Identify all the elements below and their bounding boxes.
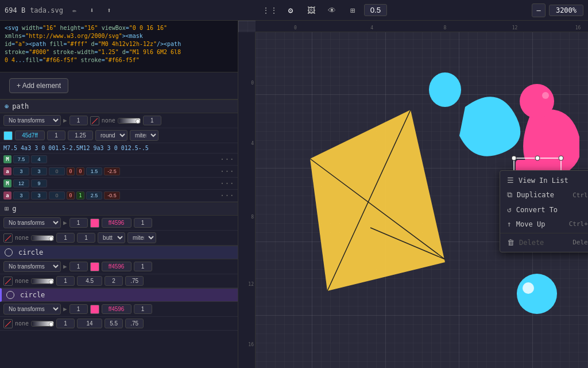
edit-icon[interactable]: ✏️ bbox=[68, 3, 82, 17]
path-linecap-select[interactable]: round butt square bbox=[95, 130, 127, 141]
path-linejoin-select[interactable]: miter round bevel bbox=[130, 130, 158, 141]
canvas-area[interactable]: 0 4 8 12 16 0 4 8 12 16 bbox=[238, 21, 588, 368]
ctx-view-in-list[interactable]: ☰View In List bbox=[500, 173, 588, 187]
opacity-slider[interactable] bbox=[118, 118, 141, 124]
cmd-M2-val-0[interactable] bbox=[13, 179, 29, 187]
cmd-a2-val-0[interactable] bbox=[13, 191, 29, 200]
ctx-move-up[interactable]: ↑Move Up Ctrl+Up bbox=[500, 217, 588, 231]
path-stroke-color[interactable] bbox=[3, 131, 13, 140]
cmd-a-val-0[interactable] bbox=[13, 167, 29, 175]
grid-icon[interactable]: ⊞ bbox=[343, 1, 362, 20]
cmd-M2-val-1[interactable] bbox=[31, 179, 47, 187]
zoom-level[interactable]: 3200% bbox=[549, 5, 583, 16]
circle2-cx[interactable] bbox=[77, 319, 102, 328]
circle2-color-swatch[interactable] bbox=[90, 305, 99, 314]
cmd-flag-1[interactable]: 0 bbox=[76, 167, 84, 175]
eye-icon[interactable]: 👁 bbox=[323, 1, 341, 20]
path-stroke-opacity[interactable] bbox=[47, 131, 65, 140]
circle1-color-swatch[interactable] bbox=[90, 262, 99, 271]
cmd-dots-3[interactable]: ··· bbox=[220, 191, 234, 200]
ctx-duplicate[interactable]: ⧉Duplicate Ctrl+D bbox=[500, 187, 588, 202]
pink-circle-top[interactable] bbox=[520, 84, 554, 118]
top-bar: 694 B tada.svg ✏️ ⬇ ⬆ ⋮⋮ ⚙ 🖼 👁 ⊞ 0.5 − 3… bbox=[0, 0, 588, 21]
path-transforms-select[interactable]: No transforms bbox=[3, 115, 61, 126]
circle1-color-opacity[interactable] bbox=[134, 262, 152, 271]
circle2-color-hex[interactable] bbox=[102, 304, 131, 314]
circle2-opacity[interactable] bbox=[69, 304, 88, 314]
g-opacity-slider[interactable] bbox=[31, 235, 54, 241]
circle2-fill-none[interactable] bbox=[3, 319, 13, 328]
path-cmd-row-2: M ··· bbox=[0, 178, 238, 190]
cmd-a-val-3[interactable] bbox=[86, 167, 102, 175]
circle1-color-hex[interactable] bbox=[102, 262, 131, 271]
circle1-opacity2[interactable] bbox=[56, 276, 75, 286]
circle2-transforms-select[interactable]: No transforms bbox=[3, 304, 61, 315]
circle2-transforms-row: No transforms ▶ bbox=[0, 302, 238, 317]
g-transforms-select[interactable]: No transforms bbox=[3, 217, 61, 228]
handle-tm[interactable] bbox=[535, 156, 540, 160]
circle2-opacity2[interactable] bbox=[56, 319, 75, 328]
g-sw[interactable] bbox=[77, 233, 95, 243]
cmd-flag-3[interactable]: 1 bbox=[76, 191, 84, 200]
handle-tl[interactable] bbox=[512, 156, 516, 160]
cyan-circle-top[interactable] bbox=[429, 72, 461, 107]
cmd-a-val-4[interactable] bbox=[104, 167, 120, 175]
circle2-color-opacity[interactable] bbox=[134, 304, 152, 314]
share-icon[interactable]: ⬆ bbox=[102, 3, 116, 17]
cmd-flag-0[interactable]: 0 bbox=[67, 167, 75, 175]
grid-input[interactable]: 0.5 bbox=[364, 4, 387, 16]
ctx-convert-to[interactable]: ↺Convert To bbox=[500, 202, 588, 217]
circle1-cx[interactable] bbox=[77, 276, 102, 286]
circle2-opacity-slider[interactable] bbox=[31, 321, 54, 327]
convert-icon: ↺ bbox=[507, 205, 512, 214]
circle1-transforms-select[interactable]: No transforms bbox=[3, 261, 61, 272]
cmd-val-0[interactable] bbox=[13, 155, 29, 163]
circle1-fill-none[interactable] bbox=[3, 277, 13, 286]
cmd-dots-0[interactable]: ··· bbox=[220, 155, 234, 164]
path-opacity-num[interactable] bbox=[69, 116, 88, 125]
ctx-delete[interactable]: 🗑Delete Delete bbox=[500, 235, 588, 250]
cyan-wave-shape[interactable] bbox=[459, 97, 520, 156]
circle2-r[interactable] bbox=[125, 319, 144, 328]
g-fill-swatch[interactable] bbox=[3, 233, 13, 243]
cmd-a-val-1[interactable] bbox=[31, 167, 47, 175]
none-label: none bbox=[102, 117, 115, 124]
path-stroke-width[interactable] bbox=[68, 131, 93, 140]
g-color-opacity[interactable] bbox=[134, 218, 152, 228]
g-opacity2[interactable] bbox=[56, 233, 75, 243]
opacity-thumb bbox=[136, 119, 140, 124]
ctx-divider bbox=[500, 233, 588, 233]
g-color-hex[interactable] bbox=[102, 218, 131, 228]
cmd-a-val-2[interactable] bbox=[49, 167, 65, 175]
yellow-shape[interactable] bbox=[310, 110, 445, 291]
download-icon[interactable]: ⬇ bbox=[85, 3, 99, 17]
g-stroke-row: none butt miter bbox=[0, 231, 238, 246]
add-element-button[interactable]: + Add element bbox=[9, 78, 68, 93]
handle-tr[interactable] bbox=[559, 156, 563, 160]
cmd-dots-2[interactable]: ··· bbox=[220, 179, 234, 188]
g-color-swatch[interactable] bbox=[90, 218, 99, 228]
circle1-opacity-slider[interactable] bbox=[31, 278, 54, 284]
circle1-cy[interactable] bbox=[105, 276, 123, 286]
cyan-circle-bottom[interactable] bbox=[517, 274, 557, 314]
g-linecap-select[interactable]: butt bbox=[98, 232, 125, 243]
g-opacity[interactable] bbox=[69, 218, 88, 228]
path-opacity2[interactable] bbox=[143, 116, 161, 125]
dots-menu-icon[interactable]: ⋮⋮ bbox=[261, 1, 279, 20]
circle1-r[interactable] bbox=[125, 276, 144, 286]
cmd-a2-val-3[interactable] bbox=[86, 191, 102, 200]
cmd-dots-1[interactable]: ··· bbox=[220, 167, 234, 176]
path-fill-swatch[interactable] bbox=[90, 116, 99, 125]
image-icon[interactable]: 🖼 bbox=[302, 1, 320, 20]
g-linejoin-select[interactable]: miter bbox=[127, 232, 156, 243]
circle2-cy[interactable] bbox=[105, 319, 123, 328]
cmd-a2-val-1[interactable] bbox=[31, 191, 47, 200]
zoom-out-button[interactable]: − bbox=[532, 3, 546, 17]
gear-icon[interactable]: ⚙ bbox=[281, 1, 300, 20]
cmd-flag-2[interactable]: 0 bbox=[67, 191, 75, 200]
path-stroke-hex[interactable] bbox=[15, 131, 45, 140]
cmd-a2-val-2[interactable] bbox=[49, 191, 65, 200]
circle1-opacity[interactable] bbox=[69, 262, 88, 271]
cmd-val-1[interactable] bbox=[31, 155, 47, 163]
cmd-a2-val-4[interactable] bbox=[104, 191, 120, 200]
